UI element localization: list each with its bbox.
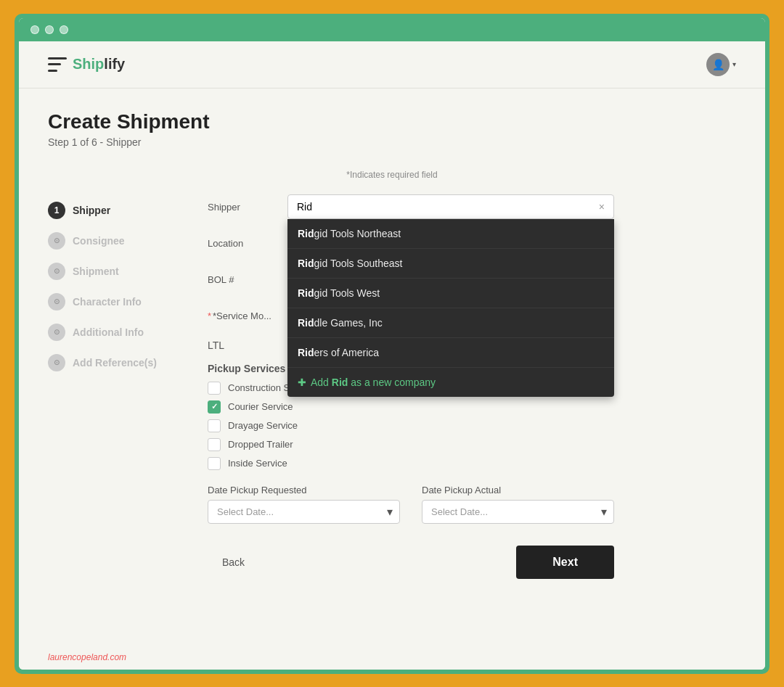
dropdown-highlight-1: Rid (298, 228, 314, 239)
checkbox-dropped-label: Dropped Trailer (228, 439, 293, 450)
checkbox-inside-label: Inside Service (228, 458, 287, 469)
page-title: Create Shipment (48, 110, 736, 133)
step-circle-2: ⊙ (48, 232, 65, 250)
dropdown-item-4[interactable]: Riddle Games, Inc (287, 308, 614, 338)
step-circle-3: ⊙ (48, 263, 65, 280)
date-pickup-requested-label: Date Pickup Requested (208, 485, 400, 495)
dropdown-text-5: ers of America (314, 347, 379, 358)
date-pickup-actual-select[interactable]: Select Date... (422, 500, 614, 524)
sidebar-item-charinfo[interactable]: ⊙ Character Info (48, 293, 179, 310)
dropdown-highlight-4: Rid (298, 317, 314, 329)
date-pickup-requested-select[interactable]: Select Date... (208, 500, 400, 524)
back-button[interactable]: Back (208, 548, 259, 577)
main-area: Create Shipment Step 1 of 6 - Shipper *I… (19, 89, 765, 645)
dropdown-highlight-2: Rid (298, 258, 314, 269)
step-circle-4: ⊙ (48, 293, 65, 310)
checkbox-construction-box[interactable] (208, 382, 221, 395)
title-bar (19, 18, 765, 41)
dropdown-item-2[interactable]: Ridgid Tools Southeast (287, 249, 614, 279)
dropdown-item-5[interactable]: Riders of America (287, 338, 614, 368)
checkbox-inside-service[interactable]: Inside Service (208, 457, 614, 470)
shipper-label: Shipper (208, 194, 287, 213)
sidebar-item-addref[interactable]: ⊙ Add Reference(s) (48, 354, 179, 371)
footer-text: laurencopeland.com (48, 652, 126, 662)
date-pickup-actual-label: Date Pickup Actual (422, 485, 614, 495)
user-menu[interactable]: 👤 ▾ (706, 53, 736, 76)
step-circle-1: 1 (48, 202, 65, 219)
next-button[interactable]: Next (516, 546, 614, 579)
app-content: Shiplify 👤 ▾ Create Shipment Step 1 of 6… (19, 41, 765, 670)
step-circle-6: ⊙ (48, 354, 65, 371)
content-layout: 1 Shipper ⊙ Consignee ⊙ Shipment ⊙ (48, 194, 736, 579)
sidebar-label-shipper: Shipper (73, 205, 110, 216)
shipper-dropdown: Ridgid Tools Northeast Ridgid Tools Sout… (287, 219, 614, 397)
date-pickup-requested-field: Date Pickup Requested Select Date... (208, 485, 400, 524)
window-dot-1 (30, 25, 39, 34)
dropdown-highlight-3: Rid (298, 287, 314, 299)
window: Shiplify 👤 ▾ Create Shipment Step 1 of 6… (19, 18, 765, 670)
ltl-label: LTL (208, 340, 287, 351)
sidebar-label-shipment: Shipment (73, 266, 119, 277)
sidebar: 1 Shipper ⊙ Consignee ⊙ Shipment ⊙ (48, 194, 179, 579)
service-mode-label: *Service Mo... (208, 303, 287, 321)
dropdown-add-item[interactable]: ✚ Add Rid as a new company (287, 368, 614, 397)
dropdown-text-1: gid Tools Northeast (314, 228, 401, 239)
shipper-input-wrapper: × Ridgid Tools Northeast Ridgid Tools So… (287, 194, 614, 219)
sidebar-label-addref: Add Reference(s) (73, 357, 157, 369)
checkbox-drayage-box[interactable] (208, 419, 221, 432)
page-subtitle: Step 1 of 6 - Shipper (48, 136, 736, 148)
location-label: Location (208, 231, 287, 249)
logo-text-bold: Ship (73, 56, 104, 72)
shipper-input[interactable] (297, 201, 593, 213)
sidebar-item-shipment[interactable]: ⊙ Shipment (48, 263, 179, 280)
window-dot-3 (60, 25, 68, 34)
avatar-caret: ▾ (732, 60, 736, 68)
logo-text: Shiplify (73, 56, 125, 73)
dropdown-item-1[interactable]: Ridgid Tools Northeast (287, 219, 614, 249)
checkbox-drayage-service[interactable]: Drayage Service (208, 419, 614, 432)
checkbox-inside-box[interactable] (208, 457, 221, 470)
dropdown-text-3: gid Tools West (314, 287, 380, 299)
sidebar-item-shipper[interactable]: 1 Shipper (48, 202, 179, 219)
date-pickup-actual-field: Date Pickup Actual Select Date... (422, 485, 614, 524)
logo-text-light: lify (104, 56, 125, 72)
shipper-clear-button[interactable]: × (599, 201, 605, 213)
action-row: Back Next (208, 546, 614, 579)
form-area: Shipper × Ridgid Tools Northeast (208, 194, 614, 579)
sidebar-item-consignee[interactable]: ⊙ Consignee (48, 232, 179, 250)
sidebar-label-charinfo: Character Info (73, 296, 142, 308)
date-pickup-actual-select-wrapper: Select Date... (422, 500, 614, 524)
sidebar-label-consignee: Consignee (73, 235, 125, 247)
checkbox-drayage-label: Drayage Service (228, 420, 298, 431)
navbar: Shiplify 👤 ▾ (19, 41, 765, 89)
checkbox-courier-label: Courier Service (228, 401, 293, 412)
required-note: *Indicates required field (48, 170, 736, 180)
bol-label: BOL # (208, 267, 287, 285)
footer: laurencopeland.com (19, 645, 765, 670)
dropdown-item-3[interactable]: Ridgid Tools West (287, 279, 614, 308)
shipper-input-box[interactable]: × (287, 194, 614, 219)
avatar[interactable]: 👤 (706, 53, 730, 76)
checkbox-courier-service[interactable]: Courier Service (208, 400, 614, 414)
window-dot-2 (45, 25, 54, 34)
dropdown-text-4: dle Games, Inc (314, 317, 383, 329)
dropdown-text-2: gid Tools Southeast (314, 258, 403, 269)
checkbox-dropped-box[interactable] (208, 438, 221, 451)
sidebar-label-addinfo: Additional Info (73, 326, 144, 338)
outer-frame: Shiplify 👤 ▾ Create Shipment Step 1 of 6… (15, 14, 769, 674)
dropdown-highlight-5: Rid (298, 347, 314, 358)
checkbox-courier-box[interactable] (208, 400, 221, 414)
logo-icon (48, 57, 67, 72)
date-row: Date Pickup Requested Select Date... Dat… (208, 485, 614, 524)
sidebar-item-addinfo[interactable]: ⊙ Additional Info (48, 324, 179, 341)
date-pickup-requested-select-wrapper: Select Date... (208, 500, 400, 524)
logo: Shiplify (48, 56, 125, 73)
checkbox-dropped-trailer[interactable]: Dropped Trailer (208, 438, 614, 451)
dropdown-add-text: Add Rid as a new company (311, 377, 436, 388)
shipper-row: Shipper × Ridgid Tools Northeast (208, 194, 614, 219)
plus-icon: ✚ (298, 377, 306, 388)
step-circle-5: ⊙ (48, 324, 65, 341)
